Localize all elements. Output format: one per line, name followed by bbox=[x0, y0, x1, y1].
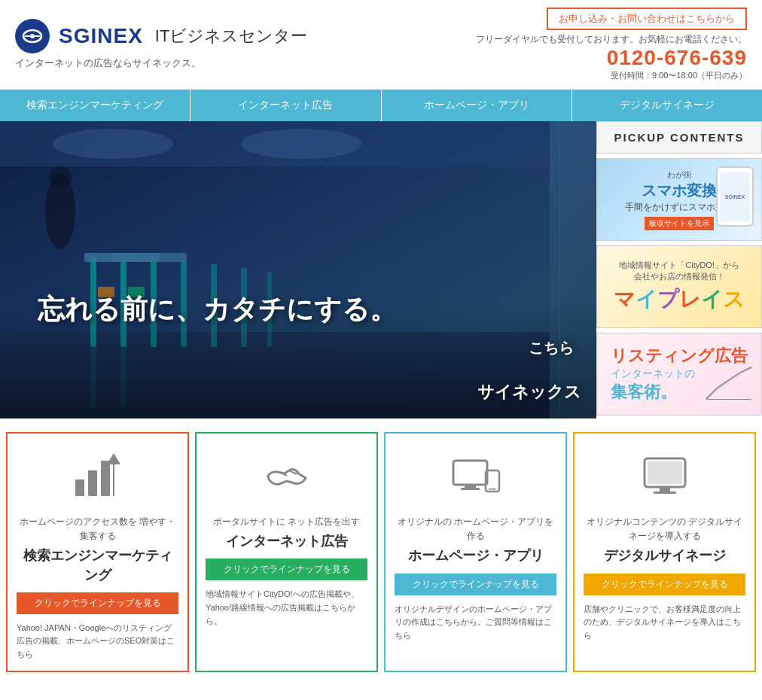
service-card-signage: オリジナルコンテンツの デジタルサイネージを導入する デジタルサイネージ クリッ… bbox=[573, 432, 756, 672]
main-nav: 検索エンジンマーケティング インターネット広告 ホームページ・アプリ デジタルサ… bbox=[0, 90, 762, 121]
listing-chart bbox=[703, 361, 755, 409]
sem-btn[interactable]: クリックでラインナップを見る bbox=[17, 592, 178, 614]
internet-ads-icon bbox=[257, 446, 317, 506]
smartphone-btn[interactable]: 板収サイトを見示 bbox=[645, 217, 714, 230]
svg-rect-25 bbox=[88, 470, 97, 496]
sem-title: 検索エンジンマーケティング bbox=[17, 546, 178, 584]
reception-time: 受付時間：9:00〜18:00（平日のみ） bbox=[476, 70, 747, 81]
signage-icon bbox=[635, 446, 695, 506]
pickup-card-citydo[interactable]: 地域情報サイト「CityDO!」から会社やお店の情報発信！ マイプレイス bbox=[596, 245, 762, 328]
service-card-internet-ads: ポータルサイトに ネット広告を出す インターネット広告 クリックでラインナップを… bbox=[195, 432, 378, 672]
hero-text3: サイネックス bbox=[477, 381, 581, 403]
citydo-brand: マイプレイス bbox=[614, 285, 745, 314]
pickup-card-listing[interactable]: リスティング広告 インターネットの 集客術。 bbox=[596, 333, 762, 415]
homepage-icon bbox=[446, 446, 506, 506]
logo-icon bbox=[15, 19, 50, 53]
hero-section: 忘れる前に、カタチにする。 こちら サイネックス bbox=[0, 121, 596, 418]
internet-ads-body: 地域情報サイトCityDO!への広告掲載や、Yahoo!路線情報への広告掲載はこ… bbox=[206, 588, 367, 628]
free-dial-text: フリーダイヤルでも受付しております。お気軽にお電話ください。 bbox=[476, 33, 747, 46]
svg-rect-26 bbox=[101, 461, 110, 496]
svg-rect-24 bbox=[75, 479, 84, 496]
signage-title: デジタルサイネージ bbox=[604, 546, 726, 565]
internet-ads-btn[interactable]: クリックでラインナップを見る bbox=[206, 558, 367, 580]
pickup-sidebar: PICKUP CONTENTS わが街 スマホ変換 手間をかけずにスマホ対応 板… bbox=[596, 121, 762, 420]
citydo-top-text: 地域情報サイト「CityDO!」から会社やお店の情報発信！ bbox=[614, 260, 745, 282]
main-area: 忘れる前に、カタチにする。 こちら サイネックス PICKUP CONTENTS… bbox=[0, 121, 762, 420]
logo-area: SGINEX ITビジネスセンター インターネットの広告ならサイネックス。 bbox=[15, 19, 307, 70]
svg-rect-23 bbox=[706, 399, 751, 400]
nav-item-digital-signage[interactable]: デジタルサイネージ bbox=[572, 90, 762, 121]
hero-overlay bbox=[0, 121, 596, 418]
svg-point-2 bbox=[30, 34, 35, 38]
svg-rect-28 bbox=[453, 461, 487, 485]
signage-btn[interactable]: クリックでラインナップを見る bbox=[584, 574, 745, 595]
signage-body: 店舗やクリニックで、お客様満足度の向上のため、デジタルサイネージを導入はこちら bbox=[584, 603, 745, 643]
nav-item-sem[interactable]: 検索エンジンマーケティング bbox=[0, 90, 190, 121]
internet-ads-title: インターネット広告 bbox=[226, 532, 348, 551]
contact-button[interactable]: お申し込み・お問い合わせはこちらから bbox=[547, 8, 747, 30]
services-section: ホームページのアクセス数を 増やす・集客する 検索エンジンマーケティング クリッ… bbox=[0, 420, 762, 684]
sem-icon bbox=[68, 446, 128, 506]
homepage-btn[interactable]: クリックでラインナップを見る bbox=[395, 574, 556, 595]
nav-item-homepage[interactable]: ホームページ・アプリ bbox=[382, 90, 572, 121]
hero-main-text: 忘れる前に、カタチにする。 bbox=[38, 291, 397, 328]
nav-item-internet-ads[interactable]: インターネット広告 bbox=[190, 90, 381, 121]
phone-number: 0120-676-639 bbox=[476, 46, 747, 70]
header-contact: お申し込み・お問い合わせはこちらから フリーダイヤルでも受付しております。お気軽… bbox=[476, 8, 747, 81]
logo-subtitle: ITビジネスセンター bbox=[155, 25, 308, 47]
svg-rect-34 bbox=[648, 461, 682, 484]
signage-desc: オリジナルコンテンツの デジタルサイネージを導入する bbox=[584, 515, 745, 543]
homepage-desc: オリジナルの ホームページ・アプリを作る bbox=[395, 515, 556, 543]
pickup-header: PICKUP CONTENTS bbox=[596, 121, 762, 154]
phone-mockup: SGINEX bbox=[716, 166, 754, 227]
pickup-card-smartphone[interactable]: わが街 スマホ変換 手間をかけずにスマホ対応 板収サイトを見示 SGINEX bbox=[596, 158, 762, 241]
svg-rect-32 bbox=[489, 488, 496, 490]
svg-rect-30 bbox=[461, 488, 480, 490]
service-card-homepage: オリジナルの ホームページ・アプリを作る ホームページ・アプリ クリックでライン… bbox=[384, 432, 567, 672]
sem-body: Yahoo! JAPAN・Googleへのリスティング広告の掲載、ホームページの… bbox=[17, 622, 178, 662]
internet-ads-desc: ポータルサイトに ネット広告を出す bbox=[213, 515, 360, 529]
svg-rect-35 bbox=[660, 487, 670, 492]
service-card-sem: ホームページのアクセス数を 増やす・集客する 検索エンジンマーケティング クリッ… bbox=[6, 432, 189, 672]
logo-tagline: インターネットの広告ならサイネックス。 bbox=[15, 56, 307, 70]
logo-brand: SGINEX bbox=[59, 24, 143, 48]
svg-rect-36 bbox=[654, 492, 676, 494]
svg-rect-29 bbox=[465, 485, 476, 488]
homepage-title: ホームページ・アプリ bbox=[408, 546, 544, 565]
homepage-body: オリジナルデザインのホームページ・アプリの作成はこちらから。ご質問等情報はこちら bbox=[395, 603, 556, 643]
hero-text2: こちら bbox=[529, 338, 574, 358]
header: SGINEX ITビジネスセンター インターネットの広告ならサイネックス。 お申… bbox=[0, 0, 762, 90]
sem-desc: ホームページのアクセス数を 増やす・集客する bbox=[17, 515, 178, 543]
